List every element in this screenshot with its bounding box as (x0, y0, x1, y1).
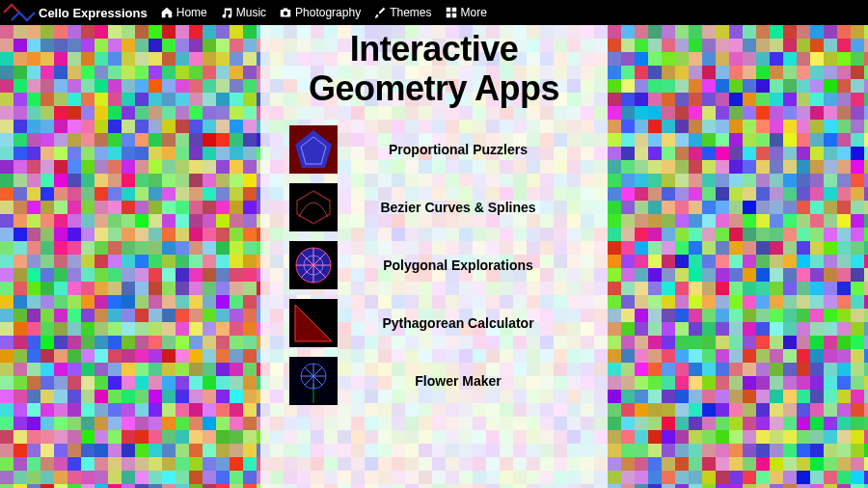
nav-music[interactable]: Music (221, 6, 266, 19)
svg-rect-3 (446, 8, 450, 13)
app-row-proportional-puzzlers[interactable]: Proportional Puzzlers (260, 122, 608, 176)
app-label: Polygonal Explorations (338, 258, 608, 273)
app-row-polygonal[interactable]: Polygonal Explorations (260, 238, 608, 292)
app-label: Flower Maker (338, 373, 608, 389)
home-icon (161, 7, 173, 18)
nav-photography[interactable]: Photography (280, 6, 361, 19)
app-label: Proportional Puzzlers (338, 142, 608, 157)
camera-icon (280, 7, 291, 18)
nav-label: Music (236, 6, 266, 19)
nav-label: Home (176, 6, 207, 19)
app-row-pythagorean[interactable]: Pythagorean Calculator (260, 296, 608, 350)
content-panel: Interactive Geometry Apps Proportional P… (260, 25, 608, 488)
app-thumb (289, 241, 338, 289)
title-line: Geometry Apps (309, 68, 559, 108)
svg-rect-2 (284, 9, 288, 11)
svg-point-1 (284, 12, 288, 16)
logo-icon[interactable] (0, 0, 39, 25)
nav-home[interactable]: Home (161, 6, 207, 19)
nav-label: Themes (390, 6, 431, 19)
nav-themes[interactable]: Themes (374, 6, 431, 19)
title-line: Interactive (350, 29, 519, 68)
brand-title[interactable]: Cello Expressions (39, 6, 148, 20)
brush-icon (374, 7, 386, 18)
grid-icon (446, 7, 457, 18)
app-label: Bezier Curves & Splines (338, 200, 608, 215)
app-list: Proportional Puzzlers Bezier Curves & Sp… (260, 122, 608, 408)
music-icon (221, 7, 232, 18)
page-title: Interactive Geometry Apps (260, 29, 608, 109)
svg-rect-4 (451, 8, 456, 13)
app-row-flower[interactable]: Flower Maker (260, 354, 608, 408)
app-thumb (289, 125, 338, 174)
nav-label: Photography (295, 6, 361, 19)
app-thumb (289, 299, 338, 347)
app-thumb (289, 183, 338, 231)
top-nav: Cello Expressions Home Music Photography… (0, 0, 868, 25)
nav-label: More (461, 6, 487, 19)
app-row-bezier[interactable]: Bezier Curves & Splines (260, 180, 608, 234)
nav-more[interactable]: More (446, 6, 487, 19)
app-label: Pythagorean Calculator (338, 315, 608, 331)
svg-rect-6 (451, 14, 456, 18)
app-thumb (289, 357, 338, 405)
svg-rect-5 (446, 14, 450, 18)
